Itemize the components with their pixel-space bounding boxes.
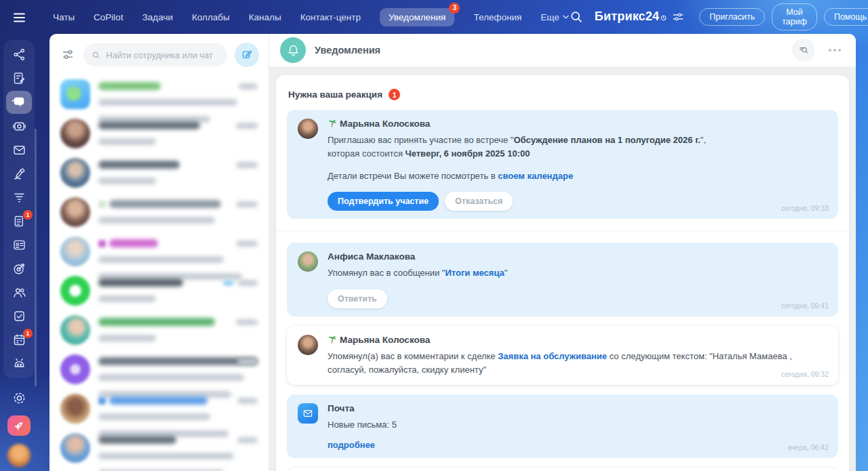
details-link[interactable]: подробнее	[328, 440, 375, 450]
page-title: Уведомления	[315, 45, 380, 56]
confirm-participation-button[interactable]: Подтвердить участие	[328, 192, 439, 211]
nav-tab-copilot[interactable]: CoPilot	[94, 12, 123, 22]
chat-time-blurred	[237, 437, 258, 443]
messenger-icon	[12, 95, 26, 110]
avatar	[298, 335, 318, 355]
bitrix24-logo: Битрикс24	[595, 9, 667, 24]
settings-gear-icon[interactable]	[6, 386, 32, 410]
invite-button[interactable]: Пригласить	[699, 8, 765, 26]
profile-avatar[interactable]	[7, 444, 31, 467]
decline-button[interactable]: Отказаться	[445, 192, 513, 211]
nav-tab-collabs[interactable]: Коллабы	[192, 12, 230, 22]
chat-name-blurred	[98, 279, 183, 287]
chat-list-item[interactable]	[50, 312, 269, 351]
deal-link[interactable]: Заявка на обслуживание	[498, 351, 607, 361]
nav-tab-notifications[interactable]: Уведомления3	[380, 8, 454, 26]
nav-tab-more[interactable]: Еще	[540, 12, 568, 22]
chat-name-blurred	[109, 239, 158, 247]
chat-avatar	[60, 237, 90, 266]
search-icon[interactable]	[569, 9, 584, 24]
nav-tab-chats[interactable]: Чаты	[53, 12, 75, 22]
chat-list-item[interactable]	[50, 430, 269, 469]
plan-settings-icon[interactable]	[672, 11, 684, 23]
chat-list-item[interactable]	[50, 233, 269, 272]
sidebar-item-video-call[interactable]	[6, 115, 32, 138]
chat-message-blurred	[98, 295, 156, 302]
chat-list-item[interactable]	[50, 194, 269, 233]
nav-tab-channels[interactable]: Каналы	[249, 12, 281, 22]
main-nav: ЧатыCoPilotЗадачиКоллабыКаналыКонтакт-це…	[53, 8, 569, 26]
chat-list-panel	[50, 34, 269, 471]
nav-tab-contact-center[interactable]: Контакт-центр	[300, 12, 361, 22]
chat-message-blurred	[98, 99, 237, 106]
read-check-icon	[223, 280, 234, 286]
topbar-right: Битрикс24 Пригласить Мой тариф Помощь 09…	[569, 3, 868, 30]
tasks-check-icon	[12, 309, 26, 323]
chat-search-box[interactable]	[83, 43, 227, 66]
sidebar-item-automation-robot[interactable]	[6, 352, 32, 375]
chat-avatar	[60, 433, 90, 463]
reply-button[interactable]: Ответить	[328, 289, 387, 308]
chat-type-icon	[98, 397, 106, 405]
sidebar-item-calendar[interactable]: 1	[6, 328, 32, 352]
share-network-icon	[12, 47, 26, 62]
chat-type-icon	[98, 201, 106, 208]
help-button[interactable]: Помощь	[824, 8, 868, 26]
sidebar-item-mail[interactable]	[6, 138, 32, 162]
chat-avatar	[60, 197, 90, 227]
timestamp: сегодня, 09:33	[781, 204, 829, 212]
sidebar-item-crm-target[interactable]	[6, 257, 32, 281]
chat-type-icon	[98, 240, 106, 247]
sidebar-item-contact-card[interactable]	[6, 233, 32, 257]
contact-card-icon	[12, 238, 26, 252]
chat-list-item[interactable]	[50, 390, 269, 430]
mail-icon	[12, 143, 26, 157]
sidebar-item-messenger[interactable]	[6, 91, 32, 114]
chat-list-item[interactable]	[50, 351, 269, 390]
nav-tab-label: Телефония	[473, 12, 521, 22]
nav-tab-telephony[interactable]: Телефония	[473, 12, 521, 22]
sidebar-item-sales-funnel[interactable]	[6, 186, 32, 209]
sales-funnel-icon	[12, 190, 26, 205]
chat-list-item[interactable]	[50, 115, 269, 155]
sidebar-item-news-feed[interactable]	[6, 66, 32, 90]
chat-list-item[interactable]	[50, 76, 269, 115]
chat-name-blurred	[98, 161, 180, 169]
employees-icon	[12, 285, 26, 300]
nav-tab-tasks[interactable]: Задачи	[142, 12, 173, 22]
sidebar-item-tasks-check[interactable]	[6, 304, 32, 328]
nav-tab-label: Коллабы	[192, 12, 230, 22]
chat-name-blurred	[98, 121, 200, 129]
count-badge: 1	[23, 210, 33, 220]
author-name: Марьяна Колоскова	[328, 119, 827, 129]
automation-robot-icon	[12, 356, 26, 371]
menu-icon[interactable]	[12, 9, 28, 26]
chat-time-blurred	[237, 398, 258, 404]
chat-message-blurred	[98, 335, 156, 342]
palm-icon	[328, 335, 336, 344]
more-menu-icon[interactable]	[826, 46, 844, 54]
chat-avatar	[60, 276, 90, 306]
filter-icon[interactable]	[61, 47, 76, 62]
message-link[interactable]: Итоги месяца	[445, 268, 504, 278]
sidebar-item-documents[interactable]: 1	[6, 209, 32, 233]
chat-message-blurred	[98, 453, 234, 459]
sidebar-item-e-sign[interactable]	[6, 162, 32, 186]
my-plan-button[interactable]: Мой тариф	[772, 3, 817, 30]
rocket-upgrade-button[interactable]	[7, 415, 31, 436]
new-chat-button[interactable]	[235, 43, 259, 67]
chat-message-blurred	[98, 217, 215, 224]
search-notifications-button[interactable]	[792, 39, 815, 62]
chat-list-item[interactable]	[50, 155, 269, 194]
notification-robot-control: Елизавета Курган Робот Контроль Вид:	[287, 468, 838, 471]
chat-search-input[interactable]	[106, 50, 219, 60]
sidebar-icon-group: 11	[3, 40, 35, 378]
sidebar-item-share-network[interactable]	[6, 43, 32, 66]
calendar-link[interactable]: своем календаре	[498, 171, 573, 181]
chat-list-item[interactable]	[50, 272, 269, 312]
nav-tab-label: Чаты	[53, 12, 75, 22]
nav-tab-label: Уведомления	[389, 12, 446, 22]
chat-message-blurred	[98, 413, 210, 420]
chat-time-blurred	[236, 123, 258, 129]
sidebar-item-employees[interactable]	[6, 281, 32, 304]
